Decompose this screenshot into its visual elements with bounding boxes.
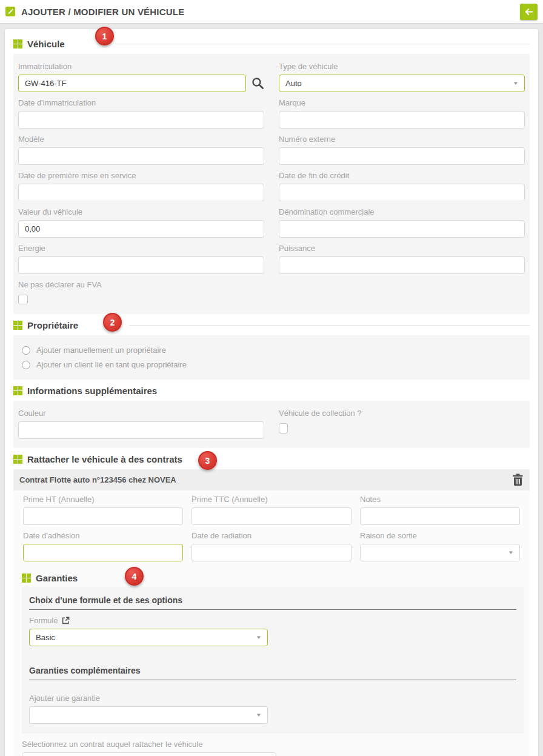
contract-title: Contrat Flotte auto n°123456 chez NOVEA [19, 475, 176, 484]
section-garanties: 4 Garanties Choix d'une formule et de se… [22, 567, 524, 734]
section-vehicule: 1 Véhicule Immatriculation Type de [13, 33, 530, 314]
section-title: Rattacher le véhicule à des contrats [27, 454, 182, 464]
date-adhesion-label: Date d'adhésion [23, 531, 183, 540]
radio-icon[interactable] [22, 346, 30, 355]
energie-input[interactable] [18, 256, 264, 274]
section-grid-icon [13, 455, 22, 464]
arrow-left-icon [524, 8, 533, 16]
vehicle-form-card: 1 Véhicule Immatriculation Type de [5, 29, 538, 756]
chevron-down-icon: ▼ [513, 81, 519, 86]
radio-option-manuel[interactable]: Ajouter manuellement un propriétaire [22, 346, 525, 355]
chevron-down-icon: ▼ [256, 635, 262, 640]
vehicule-collection-checkbox[interactable] [279, 423, 288, 433]
prime-ht-label: Prime HT (Annuelle) [23, 495, 183, 504]
date-fin-credit-label: Date de fin de crédit [279, 171, 525, 180]
infos-panel: Couleur Véhicule de collection ? [13, 401, 530, 448]
notes-label: Notes [360, 495, 520, 504]
back-button[interactable] [520, 4, 538, 20]
contract-selector-block: Sélectionnez un contrat auquel rattacher… [19, 740, 524, 756]
date-radiation-input[interactable] [192, 544, 351, 561]
section-contrats: 3 Rattacher le véhicule à des contrats C… [13, 448, 530, 756]
section-title: Informations supplémentaires [27, 386, 157, 396]
energie-label: Energie [18, 244, 264, 253]
edit-pencil-icon [5, 7, 15, 16]
type-vehicule-select[interactable]: Auto ▼ [279, 75, 525, 92]
section-infos-supplementaires: Informations supplémentaires Couleur Véh… [13, 380, 530, 448]
section-grid-icon [13, 321, 22, 330]
valeur-vehicule-input[interactable] [18, 220, 264, 238]
valeur-vehicule-label: Valeur du véhicule [18, 207, 264, 216]
fva-checkbox[interactable] [18, 295, 28, 304]
ajouter-garantie-select[interactable]: ▼ [29, 706, 268, 724]
section-grid-icon [22, 574, 31, 583]
page-header: AJOUTER / MODIFIER UN VÉHICULE [0, 0, 543, 23]
section-grid-icon [13, 386, 22, 395]
contract-card: Contrat Flotte auto n°123456 chez NOVEA [13, 469, 530, 756]
modele-label: Modèle [18, 135, 264, 144]
date-immatriculation-label: Date d'immatriculation [18, 98, 264, 107]
date-mise-en-service-input[interactable] [18, 184, 264, 201]
formule-heading: Choix d'une formule et de ses options [29, 595, 516, 610]
date-immatriculation-input[interactable] [18, 111, 264, 129]
type-vehicule-label: Type de véhicule [279, 62, 525, 71]
section-grid-icon [13, 39, 22, 49]
radio-label: Ajouter manuellement un propriétaire [36, 346, 166, 355]
immatriculation-input[interactable] [18, 75, 246, 92]
formule-label: Formule [29, 616, 58, 625]
step-badge-3: 3 [198, 451, 217, 470]
delete-contract-button[interactable] [512, 473, 524, 486]
section-proprietaire: 2 Propriétaire Ajouter manuellement un p… [13, 314, 530, 380]
chevron-down-icon: ▼ [508, 550, 514, 555]
prime-ttc-label: Prime TTC (Annuelle) [192, 495, 351, 504]
prime-ttc-input[interactable] [192, 507, 351, 525]
date-fin-credit-input[interactable] [279, 184, 525, 201]
search-button[interactable] [252, 77, 264, 90]
trash-icon [512, 473, 524, 486]
section-title: Propriétaire [27, 320, 78, 330]
couleur-label: Couleur [18, 409, 264, 418]
contract-header: Contrat Flotte auto n°123456 chez NOVEA [13, 469, 530, 490]
vehicule-panel: Immatriculation Type de véhicule Auto ▼ [13, 54, 530, 314]
contract-body: Prime HT (Annuelle) Prime TTC (Annuelle)… [13, 490, 530, 756]
select-contract-select[interactable]: Contrat Flotte auto n°123456 chez NOVEA … [22, 752, 276, 756]
marque-input[interactable] [279, 111, 525, 129]
denomination-commerciale-label: Dénomination commerciale [279, 207, 525, 216]
couleur-input[interactable] [18, 421, 264, 439]
vehicule-collection-label: Véhicule de collection ? [279, 409, 525, 418]
section-title: Garanties [36, 573, 78, 583]
fva-checkbox-label: Ne pas déclarer au FVA [18, 280, 525, 289]
denomination-commerciale-input[interactable] [279, 220, 525, 238]
section-divider [129, 325, 530, 326]
proprietaire-panel: Ajouter manuellement un propriétaire Ajo… [13, 335, 530, 380]
section-title: Véhicule [27, 39, 65, 49]
prime-ht-input[interactable] [23, 507, 183, 525]
raison-sortie-select[interactable]: ▼ [360, 544, 520, 561]
puissance-input[interactable] [279, 256, 525, 274]
radio-icon[interactable] [22, 361, 30, 369]
date-adhesion-input[interactable] [23, 544, 183, 561]
type-vehicule-value: Auto [285, 79, 302, 88]
external-link-icon[interactable] [62, 617, 70, 624]
radio-option-client-lie[interactable]: Ajouter un client lié en tant que propri… [22, 360, 525, 369]
step-badge-4: 4 [125, 567, 144, 586]
formule-select[interactable]: Basic ▼ [29, 629, 268, 646]
numero-externe-label: Numéro externe [279, 135, 525, 144]
page-title: AJOUTER / MODIFIER UN VÉHICULE [21, 7, 184, 17]
ajouter-garantie-label: Ajouter une garantie [29, 694, 516, 703]
search-icon [252, 77, 264, 90]
step-badge-2: 2 [103, 313, 122, 332]
garanties-complementaires-heading: Garanties complémentaires [29, 666, 516, 680]
section-divider [116, 44, 530, 44]
date-mise-en-service-label: Date de première mise en service [18, 171, 264, 180]
puissance-label: Puissance [279, 244, 525, 253]
garanties-panel: Choix d'une formule et de ses options Fo… [22, 587, 524, 734]
raison-sortie-label: Raison de sortie [360, 531, 520, 540]
modele-input[interactable] [18, 147, 264, 165]
numero-externe-input[interactable] [279, 147, 525, 165]
date-radiation-label: Date de radiation [192, 531, 351, 540]
formule-value: Basic [36, 633, 55, 642]
chevron-down-icon: ▼ [256, 712, 262, 718]
notes-input[interactable] [360, 507, 520, 525]
immatriculation-label: Immatriculation [18, 62, 264, 71]
marque-label: Marque [279, 98, 525, 107]
